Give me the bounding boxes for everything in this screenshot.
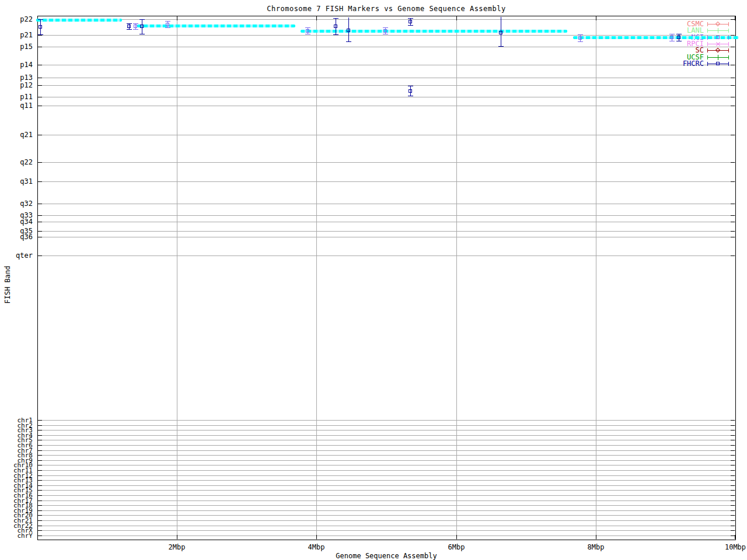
y-tick-label: q32: [5, 200, 33, 207]
marker-square: [306, 29, 309, 33]
data-point-nci-cap: [305, 27, 310, 28]
y-axis-tick-right: [731, 222, 735, 222]
marker-square: [677, 36, 680, 39]
x-axis-tick-top: [735, 16, 735, 20]
y-tick-label: q34: [5, 218, 33, 225]
y-axis-tick: [38, 480, 42, 481]
marker-square: [347, 29, 350, 32]
y-axis-tick-right: [731, 450, 735, 451]
data-point-fhcrc-cap: [408, 18, 413, 19]
legend-sample-cap: [728, 22, 729, 26]
y-tick-label: p13: [5, 74, 33, 81]
y-axis-tick-right: [731, 455, 735, 456]
y-axis-tick-right: [731, 520, 735, 521]
marker-square: [39, 25, 42, 29]
y-axis-tick: [38, 106, 42, 106]
legend-sample-cap: [707, 29, 708, 33]
y-axis-tick: [38, 204, 42, 204]
y-axis-tick: [38, 237, 42, 237]
y-axis-tick: [38, 222, 42, 222]
y-axis-tick: [38, 450, 42, 451]
y-axis-tick: [38, 515, 42, 516]
x-tick-label: 6Mbp: [448, 544, 465, 551]
y-axis-tick-right: [731, 181, 735, 182]
legend-sample-cap: [707, 55, 708, 60]
y-axis-tick-right: [731, 505, 735, 506]
legend-sample-cap: [707, 42, 708, 46]
y-tick-label: p22: [5, 16, 33, 23]
marker-square: [334, 24, 337, 28]
x-axis-tick-top: [456, 16, 457, 20]
y-tick-label: q11: [5, 102, 33, 109]
marker-square: [127, 24, 131, 28]
marker-square: [670, 36, 673, 39]
legend-sample-cap: [728, 36, 729, 40]
y-axis-tick: [38, 455, 42, 456]
x-tick-label: 2Mbp: [169, 544, 186, 551]
data-point-nci-cap: [669, 41, 675, 41]
y-axis-tick: [38, 135, 42, 135]
y-axis-tick: [38, 215, 42, 216]
data-point-fhcrc-cap: [139, 19, 145, 20]
y-axis-tick-right: [731, 490, 735, 491]
plot-border: [37, 16, 736, 540]
y-axis-tick: [38, 430, 42, 430]
x-axis-tick-top: [316, 16, 317, 20]
y-axis-tick-right: [731, 215, 735, 216]
y-axis-tick-right: [731, 47, 735, 47]
y-axis-tick: [38, 256, 42, 256]
data-point-fhcrc-cap: [408, 25, 413, 26]
x-tick-label: 10Mbp: [725, 544, 746, 551]
data-point-fhcrc-cap: [333, 18, 338, 19]
marker-square: [716, 62, 720, 65]
assembly-segment: [301, 30, 567, 33]
x-axis-tick: [316, 535, 317, 539]
y-axis-tick-right: [731, 204, 735, 204]
data-point-nci-cap: [305, 34, 310, 34]
y-axis-tick-right: [731, 35, 735, 36]
y-axis-tick-right: [731, 435, 735, 436]
y-axis-tick-right: [731, 460, 735, 461]
data-point-fhcrc-cap: [676, 34, 682, 34]
y-axis-tick: [38, 530, 42, 531]
y-axis-tick: [38, 520, 42, 521]
y-axis-tick: [38, 420, 42, 421]
y-axis-tick: [38, 65, 42, 65]
y-axis-tick: [38, 485, 42, 486]
data-point-fhcrc-cap: [346, 41, 351, 42]
y-axis-label: FISH Band: [4, 265, 11, 303]
marker-square: [383, 29, 387, 33]
legend-sample-cap: [728, 55, 729, 60]
data-point-nci-cap: [165, 27, 170, 28]
y-tick-label: qter: [5, 252, 33, 259]
y-axis-tick: [38, 162, 42, 163]
assembly-segment: [573, 36, 739, 39]
fish-markers-chart: Chromosome 7 FISH Markers vs Genome Sequ…: [0, 0, 747, 560]
data-point-fhcrc-cap: [127, 29, 132, 30]
marker-square: [140, 24, 144, 28]
y-tick-label: q22: [5, 159, 33, 166]
x-axis-tick: [735, 535, 735, 539]
y-axis-tick: [38, 526, 42, 526]
y-axis-tick-right: [731, 19, 735, 20]
y-axis-tick-right: [731, 475, 735, 476]
y-axis-tick: [38, 181, 42, 182]
x-tick-label: 8Mbp: [588, 544, 605, 551]
y-axis-tick-right: [731, 526, 735, 526]
y-axis-tick: [38, 465, 42, 466]
marker-square: [134, 24, 137, 28]
legend-item-fhcrc: FHCRC: [640, 60, 704, 67]
y-tick-label: p11: [5, 93, 33, 100]
y-axis-tick: [38, 445, 42, 446]
y-axis-tick: [38, 435, 42, 436]
data-point-fhcrc-cap: [498, 46, 504, 47]
data-point-fhcrc-cap: [127, 23, 132, 24]
y-axis-tick-right: [731, 420, 735, 421]
y-axis-tick: [38, 490, 42, 491]
y-axis-tick-right: [731, 465, 735, 466]
y-axis-tick: [38, 460, 42, 461]
y-axis-tick-right: [731, 530, 735, 531]
data-point-fhcrc-cap: [38, 19, 43, 20]
y-axis-tick-right: [731, 480, 735, 481]
y-tick-label: q31: [5, 178, 33, 185]
